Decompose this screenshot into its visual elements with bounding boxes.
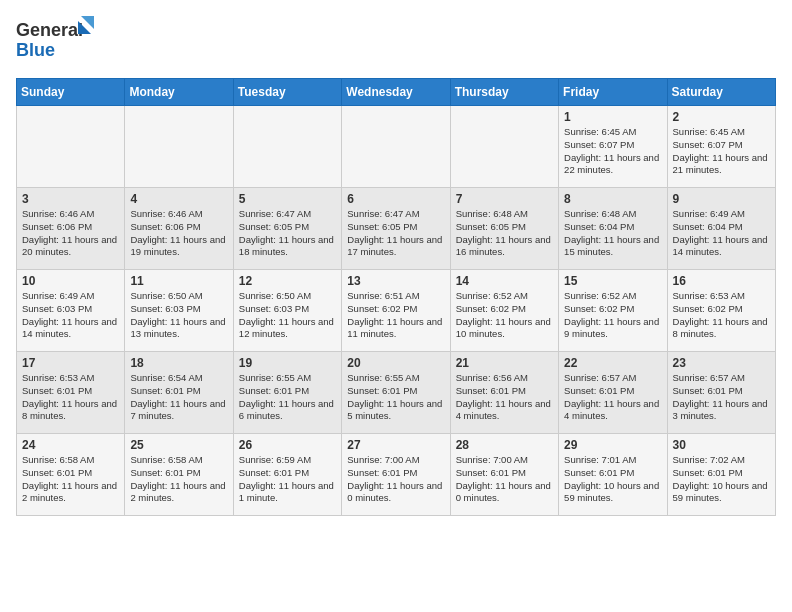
day-info: Sunrise: 6:45 AM Sunset: 6:07 PM Dayligh… — [673, 126, 770, 177]
day-info: Sunrise: 6:52 AM Sunset: 6:02 PM Dayligh… — [456, 290, 553, 341]
day-number: 23 — [673, 356, 770, 370]
day-number: 26 — [239, 438, 336, 452]
day-number: 9 — [673, 192, 770, 206]
day-number: 7 — [456, 192, 553, 206]
calendar-cell: 15Sunrise: 6:52 AM Sunset: 6:02 PM Dayli… — [559, 270, 667, 352]
calendar-cell — [125, 106, 233, 188]
day-header-thursday: Thursday — [450, 79, 558, 106]
calendar-cell: 2Sunrise: 6:45 AM Sunset: 6:07 PM Daylig… — [667, 106, 775, 188]
day-number: 10 — [22, 274, 119, 288]
day-number: 5 — [239, 192, 336, 206]
calendar-cell: 17Sunrise: 6:53 AM Sunset: 6:01 PM Dayli… — [17, 352, 125, 434]
calendar-cell: 10Sunrise: 6:49 AM Sunset: 6:03 PM Dayli… — [17, 270, 125, 352]
calendar-cell: 27Sunrise: 7:00 AM Sunset: 6:01 PM Dayli… — [342, 434, 450, 516]
day-number: 25 — [130, 438, 227, 452]
calendar-cell: 14Sunrise: 6:52 AM Sunset: 6:02 PM Dayli… — [450, 270, 558, 352]
calendar-header-row: SundayMondayTuesdayWednesdayThursdayFrid… — [17, 79, 776, 106]
day-number: 11 — [130, 274, 227, 288]
calendar-cell: 23Sunrise: 6:57 AM Sunset: 6:01 PM Dayli… — [667, 352, 775, 434]
calendar-cell — [17, 106, 125, 188]
day-info: Sunrise: 6:45 AM Sunset: 6:07 PM Dayligh… — [564, 126, 661, 177]
day-number: 27 — [347, 438, 444, 452]
day-number: 1 — [564, 110, 661, 124]
day-info: Sunrise: 6:50 AM Sunset: 6:03 PM Dayligh… — [239, 290, 336, 341]
svg-text:Blue: Blue — [16, 40, 55, 60]
calendar-cell — [450, 106, 558, 188]
day-info: Sunrise: 6:59 AM Sunset: 6:01 PM Dayligh… — [239, 454, 336, 505]
calendar-week-2: 3Sunrise: 6:46 AM Sunset: 6:06 PM Daylig… — [17, 188, 776, 270]
day-number: 8 — [564, 192, 661, 206]
day-info: Sunrise: 6:50 AM Sunset: 6:03 PM Dayligh… — [130, 290, 227, 341]
calendar-table: SundayMondayTuesdayWednesdayThursdayFrid… — [16, 78, 776, 516]
calendar-cell: 8Sunrise: 6:48 AM Sunset: 6:04 PM Daylig… — [559, 188, 667, 270]
logo: GeneralBlue — [16, 16, 96, 66]
calendar-cell: 7Sunrise: 6:48 AM Sunset: 6:05 PM Daylig… — [450, 188, 558, 270]
day-header-wednesday: Wednesday — [342, 79, 450, 106]
day-number: 14 — [456, 274, 553, 288]
calendar-week-1: 1Sunrise: 6:45 AM Sunset: 6:07 PM Daylig… — [17, 106, 776, 188]
day-info: Sunrise: 6:48 AM Sunset: 6:04 PM Dayligh… — [564, 208, 661, 259]
day-info: Sunrise: 6:53 AM Sunset: 6:02 PM Dayligh… — [673, 290, 770, 341]
day-number: 28 — [456, 438, 553, 452]
day-info: Sunrise: 6:47 AM Sunset: 6:05 PM Dayligh… — [239, 208, 336, 259]
calendar-cell: 11Sunrise: 6:50 AM Sunset: 6:03 PM Dayli… — [125, 270, 233, 352]
day-info: Sunrise: 6:52 AM Sunset: 6:02 PM Dayligh… — [564, 290, 661, 341]
calendar-cell: 30Sunrise: 7:02 AM Sunset: 6:01 PM Dayli… — [667, 434, 775, 516]
day-number: 13 — [347, 274, 444, 288]
calendar-body: 1Sunrise: 6:45 AM Sunset: 6:07 PM Daylig… — [17, 106, 776, 516]
day-number: 3 — [22, 192, 119, 206]
day-info: Sunrise: 7:00 AM Sunset: 6:01 PM Dayligh… — [456, 454, 553, 505]
day-info: Sunrise: 6:49 AM Sunset: 6:03 PM Dayligh… — [22, 290, 119, 341]
calendar-cell: 26Sunrise: 6:59 AM Sunset: 6:01 PM Dayli… — [233, 434, 341, 516]
day-info: Sunrise: 7:01 AM Sunset: 6:01 PM Dayligh… — [564, 454, 661, 505]
calendar-cell: 9Sunrise: 6:49 AM Sunset: 6:04 PM Daylig… — [667, 188, 775, 270]
day-number: 15 — [564, 274, 661, 288]
day-number: 12 — [239, 274, 336, 288]
day-info: Sunrise: 6:58 AM Sunset: 6:01 PM Dayligh… — [22, 454, 119, 505]
calendar-cell — [233, 106, 341, 188]
calendar-cell: 12Sunrise: 6:50 AM Sunset: 6:03 PM Dayli… — [233, 270, 341, 352]
calendar-cell: 29Sunrise: 7:01 AM Sunset: 6:01 PM Dayli… — [559, 434, 667, 516]
calendar-cell: 4Sunrise: 6:46 AM Sunset: 6:06 PM Daylig… — [125, 188, 233, 270]
calendar-week-5: 24Sunrise: 6:58 AM Sunset: 6:01 PM Dayli… — [17, 434, 776, 516]
day-info: Sunrise: 6:53 AM Sunset: 6:01 PM Dayligh… — [22, 372, 119, 423]
day-info: Sunrise: 6:47 AM Sunset: 6:05 PM Dayligh… — [347, 208, 444, 259]
day-number: 16 — [673, 274, 770, 288]
calendar-cell: 1Sunrise: 6:45 AM Sunset: 6:07 PM Daylig… — [559, 106, 667, 188]
calendar-cell: 24Sunrise: 6:58 AM Sunset: 6:01 PM Dayli… — [17, 434, 125, 516]
day-number: 18 — [130, 356, 227, 370]
day-info: Sunrise: 6:55 AM Sunset: 6:01 PM Dayligh… — [239, 372, 336, 423]
header: GeneralBlue — [16, 16, 776, 66]
calendar-cell: 21Sunrise: 6:56 AM Sunset: 6:01 PM Dayli… — [450, 352, 558, 434]
day-info: Sunrise: 6:54 AM Sunset: 6:01 PM Dayligh… — [130, 372, 227, 423]
day-info: Sunrise: 6:48 AM Sunset: 6:05 PM Dayligh… — [456, 208, 553, 259]
calendar-cell: 3Sunrise: 6:46 AM Sunset: 6:06 PM Daylig… — [17, 188, 125, 270]
calendar-cell — [342, 106, 450, 188]
day-info: Sunrise: 6:57 AM Sunset: 6:01 PM Dayligh… — [673, 372, 770, 423]
day-number: 2 — [673, 110, 770, 124]
day-number: 20 — [347, 356, 444, 370]
day-info: Sunrise: 7:00 AM Sunset: 6:01 PM Dayligh… — [347, 454, 444, 505]
day-header-sunday: Sunday — [17, 79, 125, 106]
day-info: Sunrise: 6:58 AM Sunset: 6:01 PM Dayligh… — [130, 454, 227, 505]
day-number: 17 — [22, 356, 119, 370]
day-number: 30 — [673, 438, 770, 452]
calendar-cell: 5Sunrise: 6:47 AM Sunset: 6:05 PM Daylig… — [233, 188, 341, 270]
day-header-saturday: Saturday — [667, 79, 775, 106]
day-info: Sunrise: 6:46 AM Sunset: 6:06 PM Dayligh… — [130, 208, 227, 259]
calendar-cell: 18Sunrise: 6:54 AM Sunset: 6:01 PM Dayli… — [125, 352, 233, 434]
calendar-cell: 20Sunrise: 6:55 AM Sunset: 6:01 PM Dayli… — [342, 352, 450, 434]
calendar-cell: 19Sunrise: 6:55 AM Sunset: 6:01 PM Dayli… — [233, 352, 341, 434]
calendar-week-4: 17Sunrise: 6:53 AM Sunset: 6:01 PM Dayli… — [17, 352, 776, 434]
day-header-friday: Friday — [559, 79, 667, 106]
day-info: Sunrise: 6:49 AM Sunset: 6:04 PM Dayligh… — [673, 208, 770, 259]
day-number: 29 — [564, 438, 661, 452]
day-info: Sunrise: 6:56 AM Sunset: 6:01 PM Dayligh… — [456, 372, 553, 423]
day-number: 24 — [22, 438, 119, 452]
day-info: Sunrise: 7:02 AM Sunset: 6:01 PM Dayligh… — [673, 454, 770, 505]
day-header-tuesday: Tuesday — [233, 79, 341, 106]
day-info: Sunrise: 6:55 AM Sunset: 6:01 PM Dayligh… — [347, 372, 444, 423]
day-number: 19 — [239, 356, 336, 370]
calendar-cell: 25Sunrise: 6:58 AM Sunset: 6:01 PM Dayli… — [125, 434, 233, 516]
day-number: 21 — [456, 356, 553, 370]
